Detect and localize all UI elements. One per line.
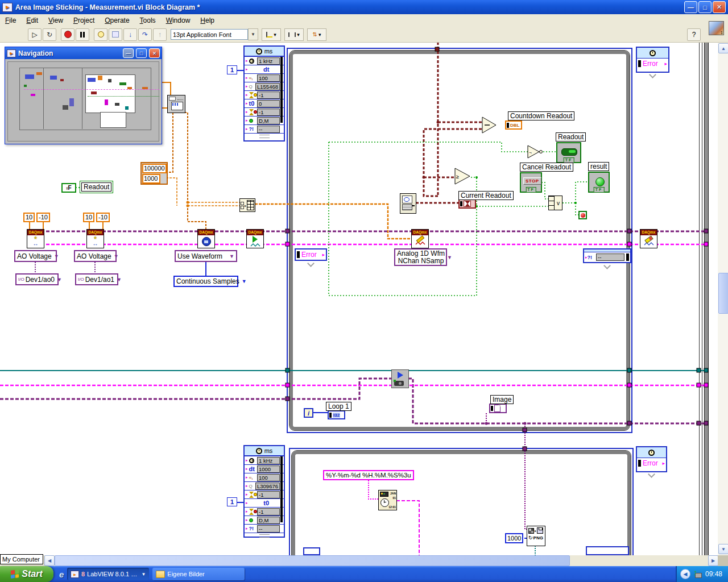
source-rate-value[interactable]: 1 kHz — [257, 457, 280, 464]
array-element-0[interactable]: 100000 — [142, 164, 167, 173]
mode-value[interactable]: D,M — [257, 517, 280, 524]
analog-wfm-dropdown[interactable]: Analog 1D WfmNChan NSamp▼ — [394, 248, 447, 266]
write-png-node[interactable]: ▸ ↻ PNG — [527, 526, 545, 546]
image-terminal[interactable] — [489, 404, 507, 413]
scroll-down-button[interactable]: ▼ — [718, 544, 728, 554]
vi-icon[interactable]: 1 — [709, 21, 724, 35]
help-button[interactable]: ? — [687, 28, 701, 41]
timeout-value[interactable]: -1 — [257, 491, 280, 498]
timeout-value[interactable]: -1 — [257, 92, 280, 99]
dt-label[interactable]: dt — [249, 465, 255, 472]
loop1-label[interactable]: Loop 1 — [326, 402, 351, 411]
dt-value[interactable]: 1000 — [257, 465, 280, 473]
qmark-value[interactable]: -- — [257, 525, 280, 533]
close-button[interactable]: ✕ — [713, 1, 726, 13]
constant-minus10-b[interactable]: -10 — [96, 213, 110, 222]
cancel-readout-label[interactable]: Cancel Readout — [520, 163, 573, 172]
inner-qmark-chevron[interactable] — [583, 264, 631, 268]
deadline-value[interactable]: -1 — [257, 508, 280, 516]
readout-label[interactable]: Readout — [556, 132, 586, 142]
period-value[interactable]: 100 — [257, 474, 280, 481]
group-dropdown-icon[interactable]: ▼ — [141, 572, 146, 577]
font-selector[interactable]: 13pt Application Font — [171, 29, 248, 40]
inner-error-chevron[interactable] — [295, 261, 327, 266]
distribute-objects-dropdown[interactable]: ▾ — [284, 28, 304, 41]
taskbar-item-labview[interactable]: ▶ 8 LabVIEW 8.0.1 D... ▼ — [67, 568, 149, 580]
hide-icons-chevron[interactable]: ◀ — [680, 569, 690, 579]
navigation-minimize-button[interactable]: — — [123, 48, 134, 58]
node-grip[interactable] — [245, 133, 284, 139]
step-out-button[interactable]: ↑ — [153, 28, 167, 41]
timed-loop-output-node[interactable]: Error▸ — [636, 47, 669, 73]
stop-led-indicator[interactable] — [578, 211, 587, 219]
inner-error-label[interactable]: Error — [301, 251, 317, 259]
node-scrollbar[interactable] — [280, 57, 283, 123]
daqmx-clear-node[interactable]: DAQmx — [640, 229, 657, 248]
scroll-left-button[interactable]: ◀ — [44, 555, 55, 566]
navigation-close-button[interactable]: ✕ — [149, 48, 160, 58]
menu-operate[interactable]: Operate — [100, 15, 134, 26]
timed-loop-output-chevron[interactable] — [636, 73, 669, 77]
iteration-terminal[interactable]: i — [304, 408, 313, 418]
navigation-window[interactable]: ▶ Navigation — □ ✕ — [5, 47, 162, 144]
current-readout-terminal[interactable] — [458, 199, 476, 209]
vertical-scroll-thumb[interactable] — [718, 273, 728, 314]
node-scrollbar[interactable] — [280, 456, 283, 522]
dt-label[interactable]: dt — [263, 66, 269, 73]
ao-voltage-dropdown-a[interactable]: AO Voltage▼ — [14, 250, 57, 262]
scroll-up-button[interactable]: ▲ — [718, 43, 728, 53]
pause-button[interactable] — [76, 28, 89, 41]
qmark-value[interactable]: -- — [596, 253, 624, 261]
mode-value[interactable]: D,M — [257, 117, 280, 124]
align-objects-dropdown[interactable]: ▾ — [262, 28, 281, 41]
error-output-label[interactable]: Error — [643, 60, 658, 68]
daqmx-create-channel-node-a[interactable]: DAQmx *↔ — [27, 229, 44, 248]
qmark-label[interactable]: ?! — [249, 126, 254, 132]
target-indicator[interactable]: My Computer — [0, 554, 43, 564]
image-snap-node[interactable] — [391, 369, 409, 388]
array-element-1[interactable]: 1000 — [142, 174, 160, 184]
use-waveform-dropdown[interactable]: Use Waveform▼ — [175, 250, 237, 262]
taskbar-item-eigene-bilder[interactable]: Eigene Bilder — [152, 568, 245, 580]
t0-value[interactable]: 0 — [257, 100, 280, 107]
constant-10-a[interactable]: 10 — [23, 213, 35, 222]
constant-1000[interactable]: 1000 — [505, 533, 523, 543]
menu-file[interactable]: File — [0, 15, 21, 26]
timed-loop-bottom-output-node[interactable]: Error▸ — [636, 446, 667, 472]
abort-button[interactable] — [61, 28, 75, 41]
continuous-samples-dropdown[interactable]: Continuous Samples▼ — [173, 276, 238, 287]
physical-channel-dev1ao1[interactable]: I/ODev1/ao1▼ — [75, 273, 118, 285]
loop-name-value[interactable]: L309676 — [255, 483, 280, 490]
menu-window[interactable]: Window — [161, 15, 196, 26]
period-value[interactable]: 100 — [257, 74, 280, 82]
readout-variable-label[interactable]: Readout — [81, 182, 111, 192]
t0-label[interactable]: t0 — [263, 500, 269, 506]
numeric-constant-1[interactable]: 1 — [227, 65, 237, 74]
countdown-readout-dbl-terminal[interactable]: DBL — [505, 120, 522, 130]
start-button[interactable]: Start — [0, 566, 53, 582]
clock[interactable]: 09:48 — [705, 570, 722, 578]
qmark-label[interactable]: ?! — [249, 526, 254, 531]
format-datetime-node[interactable]: JAN 01 12:01 — [378, 490, 397, 510]
constant-10-b[interactable]: 10 — [83, 213, 94, 222]
inner-qmark-node[interactable]: ▸ ?! -- — [583, 248, 631, 263]
current-readout-label[interactable]: Current Readout — [458, 191, 514, 200]
window-titlebar[interactable]: ▶ Area Image Sticking - Measurement.vi B… — [0, 0, 728, 14]
reorder-dropdown[interactable]: ⇅▾ — [307, 28, 326, 41]
timed-loop-bottom-output-chevron[interactable] — [636, 472, 667, 477]
quicklaunch-ie-icon[interactable]: e — [59, 569, 64, 579]
safely-remove-hardware-icon[interactable]: ⤴ — [694, 571, 702, 577]
menu-tools[interactable]: Tools — [135, 15, 161, 26]
highlight-execution-button[interactable] — [94, 28, 107, 41]
waveform-subvi-icon[interactable] — [167, 95, 185, 113]
daqmx-write-node[interactable]: DAQmx — [411, 229, 429, 248]
step-over-button[interactable]: ↷ — [138, 28, 152, 41]
error-output-label[interactable]: Error — [643, 459, 658, 467]
menu-project[interactable]: Project — [68, 15, 100, 26]
loop-name-value[interactable]: L155468 — [255, 83, 280, 90]
daqmx-start-node[interactable]: DAQmx — [246, 229, 264, 248]
source-rate-value[interactable]: 1 kHz — [257, 57, 280, 65]
get-datetime-icon[interactable] — [400, 193, 416, 214]
numeric-constant-1-bottom[interactable]: 1 — [227, 497, 237, 506]
build-array-node[interactable]: ▸ — [239, 198, 255, 212]
